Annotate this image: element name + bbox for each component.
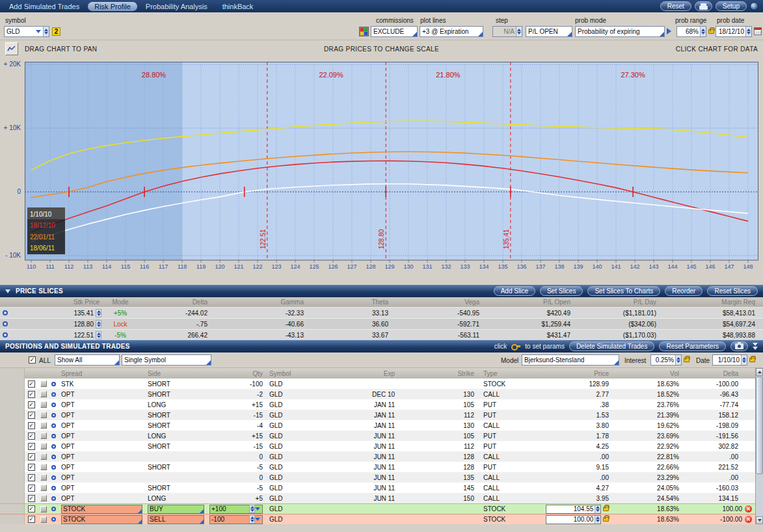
double-chevron-icon[interactable] — [753, 343, 758, 350]
slice-mode-value[interactable]: Lock — [113, 321, 127, 328]
row-indicator-icon[interactable] — [51, 444, 56, 449]
sim-square-button[interactable] — [40, 506, 47, 512]
slice-mode-value[interactable]: +5% — [114, 310, 127, 317]
row-indicator-icon[interactable] — [51, 434, 56, 438]
sim-square-button[interactable] — [40, 380, 47, 387]
sim-square-button[interactable] — [40, 401, 47, 408]
row-indicator-icon[interactable] — [51, 392, 56, 397]
sim-square-button[interactable] — [40, 412, 47, 418]
sim-square-button[interactable] — [40, 516, 47, 523]
side-select[interactable]: SELL — [148, 515, 204, 524]
row-checkbox[interactable] — [28, 453, 35, 460]
add-slice-button[interactable]: Add Slice — [494, 286, 535, 296]
sim-square-button[interactable] — [40, 432, 47, 439]
sim-square-button[interactable] — [40, 474, 47, 481]
row-indicator-icon[interactable] — [51, 455, 56, 459]
price-stepper[interactable]: 100.00 — [546, 515, 601, 524]
row-indicator-icon[interactable] — [51, 507, 56, 511]
scrollbar-thumb[interactable] — [756, 377, 763, 474]
qty-dropdown-icon[interactable] — [255, 518, 260, 521]
qty-dropdown-icon[interactable] — [255, 507, 260, 511]
row-checkbox[interactable] — [28, 401, 35, 408]
row-indicator-icon[interactable] — [51, 403, 56, 407]
row-checkbox[interactable] — [28, 474, 35, 481]
tab-probability-analysis[interactable]: Probability Analysis — [139, 2, 214, 11]
chart-pan-button[interactable] — [5, 42, 18, 55]
interest-lock-icon[interactable] — [684, 358, 689, 362]
step-stepper[interactable]: N/A — [492, 26, 522, 37]
row-checkbox[interactable] — [28, 495, 35, 502]
prob-date-stepper[interactable]: 18/12/10 — [716, 26, 752, 37]
all-checkbox[interactable] — [29, 356, 36, 364]
scroll-up-button[interactable] — [756, 368, 763, 376]
interest-stepper[interactable]: 0.25% — [650, 354, 682, 366]
row-indicator-icon[interactable] — [51, 475, 56, 480]
set-slices-button[interactable]: Set Slices — [540, 286, 583, 296]
reorder-button[interactable]: Reorder — [665, 286, 703, 296]
date-lock-icon[interactable] — [749, 358, 755, 362]
status-sphere-icon[interactable] — [750, 2, 758, 10]
symbol-stepper[interactable] — [43, 27, 49, 36]
prob-range-stepper[interactable]: 68% — [676, 26, 706, 37]
tab-add-simulated-trades[interactable]: Add Simulated Trades — [3, 2, 86, 11]
pl-mode-dropdown[interactable]: P/L OPEN — [526, 26, 572, 37]
price-stepper[interactable]: 104.55 — [546, 505, 601, 514]
remove-icon[interactable]: ✕ — [745, 516, 752, 523]
prob-range-lock-icon[interactable] — [708, 29, 714, 34]
sim-square-button[interactable] — [40, 464, 47, 470]
sim-square-button[interactable] — [40, 453, 47, 460]
row-indicator-icon[interactable] — [51, 382, 56, 386]
stk-price-stepper[interactable] — [96, 309, 101, 317]
expand-play-icon[interactable] — [667, 28, 671, 34]
remove-icon[interactable]: ✕ — [745, 505, 752, 512]
row-checkbox[interactable] — [28, 505, 35, 512]
set-slices-to-charts-button[interactable]: Set Slices To Charts — [587, 286, 660, 296]
row-checkbox[interactable] — [28, 516, 35, 523]
stk-price-stepper[interactable] — [96, 331, 101, 339]
tab-thinkback[interactable]: thinkBack — [216, 2, 260, 11]
date-stepper[interactable]: 1/10/10 — [712, 354, 747, 366]
scroll-down-button[interactable] — [756, 516, 763, 524]
calendar-icon[interactable] — [754, 27, 762, 35]
row-checkbox[interactable] — [28, 485, 35, 492]
sim-square-button[interactable] — [40, 495, 47, 501]
price-spin[interactable] — [595, 505, 600, 513]
slice-indicator-icon[interactable] — [3, 332, 8, 338]
row-indicator-icon[interactable] — [51, 413, 56, 418]
row-indicator-icon[interactable] — [51, 423, 56, 428]
row-checkbox[interactable] — [28, 432, 35, 440]
prob-mode-dropdown[interactable]: Probability of expiring — [575, 26, 665, 37]
commissions-dropdown[interactable]: EXCLUDE — [371, 26, 418, 37]
risk-profile-chart[interactable]: 122.51128.80135.4128.80%22.09%21.80%27.3… — [25, 62, 758, 271]
price-lock-icon[interactable] — [603, 517, 609, 522]
qty-stepper[interactable]: +100 — [209, 505, 263, 514]
reset-parameters-button[interactable]: Reset Parameters — [659, 341, 726, 351]
sim-square-button[interactable] — [40, 422, 47, 429]
delete-simulated-trades-button[interactable]: Delete Simulated Trades — [569, 341, 655, 351]
row-checkbox[interactable] — [28, 422, 35, 429]
print-button[interactable] — [695, 1, 712, 11]
setup-button[interactable]: Setup — [716, 1, 747, 11]
row-checkbox[interactable] — [28, 391, 35, 398]
row-checkbox[interactable] — [28, 380, 35, 388]
spread-select[interactable]: STOCK — [61, 515, 142, 524]
positions-scrollbar[interactable] — [755, 368, 763, 524]
slice-indicator-icon[interactable] — [3, 321, 8, 326]
row-checkbox[interactable] — [28, 464, 35, 471]
slice-mode-value[interactable]: -5% — [114, 332, 126, 339]
symbol-combo[interactable]: GLD — [4, 26, 49, 37]
row-checkbox[interactable] — [28, 412, 35, 419]
spread-select[interactable]: STOCK — [61, 505, 142, 514]
group-badge[interactable]: 2 — [52, 27, 60, 36]
sim-square-button[interactable] — [40, 485, 47, 491]
row-indicator-icon[interactable] — [51, 465, 56, 470]
snapshot-button[interactable] — [730, 341, 748, 351]
qty-spin[interactable] — [249, 515, 255, 524]
commissions-grid-icon[interactable] — [359, 27, 369, 36]
row-indicator-icon[interactable] — [51, 486, 56, 490]
sim-square-button[interactable] — [40, 391, 47, 397]
show-filter-dropdown[interactable]: Show All — [55, 354, 120, 366]
collapse-icon[interactable] — [5, 289, 10, 293]
row-indicator-icon[interactable] — [51, 517, 56, 522]
qty-stepper[interactable]: -100 — [209, 515, 263, 524]
